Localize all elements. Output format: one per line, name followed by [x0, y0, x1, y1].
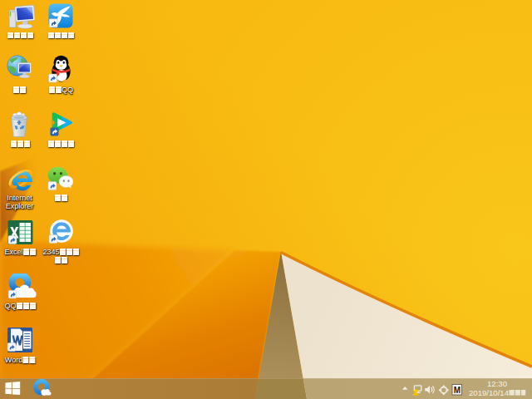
svg-text:12:30: 12:30: [487, 379, 507, 388]
svg-text:M: M: [454, 386, 461, 395]
svg-text:2019/10/14: 2019/10/14: [469, 388, 510, 397]
